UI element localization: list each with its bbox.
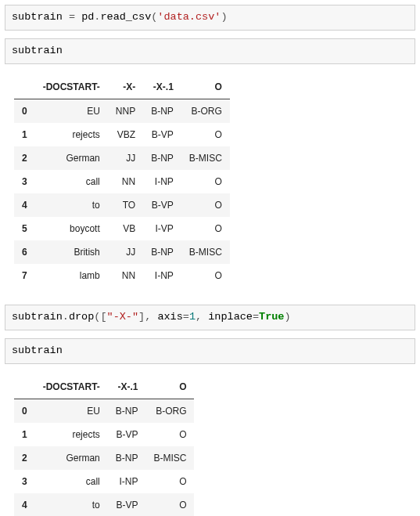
cell: TO xyxy=(108,193,143,217)
row-index: 5 xyxy=(14,217,35,240)
table-row: 0EUNNPB-NPB-ORG xyxy=(14,99,230,123)
code1-eq: = xyxy=(63,11,81,23)
row-index: 3 xyxy=(14,470,35,493)
code3-q2: " xyxy=(132,311,138,323)
code3-arg1: axis xyxy=(157,311,182,323)
row-index: 3 xyxy=(14,170,35,193)
row-index: 2 xyxy=(14,446,35,470)
code3-comma: , xyxy=(196,311,202,323)
cell: call xyxy=(35,470,108,493)
index-header xyxy=(14,375,35,399)
table-header-row: -DOCSTART- -X- -X-.1 O xyxy=(14,75,230,99)
table-row: 3callI-NPO xyxy=(14,470,194,493)
cell: B-ORG xyxy=(181,99,230,123)
table-row: 3callNNI-NPO xyxy=(14,170,230,193)
cell: B-MISC xyxy=(145,446,194,470)
code2-expr: subtrain xyxy=(12,45,63,56)
cell: I-NP xyxy=(143,264,181,287)
row-index: 0 xyxy=(14,99,35,123)
cell: B-MISC xyxy=(181,146,230,170)
cell: B-ORG xyxy=(145,399,194,423)
row-index: 1 xyxy=(14,123,35,146)
cell: rejects xyxy=(35,423,108,446)
code1-str: data.csv xyxy=(163,11,214,23)
cell: O xyxy=(181,264,230,287)
cell: I-VP xyxy=(143,217,181,240)
code-cell-4[interactable]: subtrain xyxy=(5,338,415,364)
cell: EU xyxy=(35,99,108,123)
col-header: -X-.1 xyxy=(108,375,146,399)
dataframe-2: -DOCSTART- -X-.1 O 0EUB-NPB-ORG 1rejects… xyxy=(14,375,194,516)
code1-mod: pd xyxy=(81,11,94,23)
code3-arg2: inplace xyxy=(208,311,253,323)
table-header-row: -DOCSTART- -X-.1 O xyxy=(14,375,194,399)
cell: rejects xyxy=(35,123,108,146)
cell: O xyxy=(145,423,194,446)
cell: German xyxy=(35,446,108,470)
cell: call xyxy=(35,170,108,193)
cell: B-VP xyxy=(108,493,146,516)
cell: NN xyxy=(108,264,143,287)
table-row: 0EUB-NPB-ORG xyxy=(14,399,194,423)
cell: B-NP xyxy=(143,240,181,264)
code4-expr: subtrain xyxy=(12,345,63,356)
index-header xyxy=(14,75,35,99)
table-row: 1rejectsVBZB-VPO xyxy=(14,123,230,146)
code1-var: subtrain xyxy=(12,11,63,23)
cell: O xyxy=(181,193,230,217)
col-header: -X- xyxy=(108,75,143,99)
code1-func: read_csv xyxy=(100,11,151,23)
table-row: 1rejectsB-VPO xyxy=(14,423,194,446)
col-header: -X-.1 xyxy=(143,75,181,99)
cell: O xyxy=(181,217,230,240)
code3-dot: . xyxy=(63,311,69,323)
col-header: O xyxy=(145,375,194,399)
cell: B-VP xyxy=(143,193,181,217)
cell: B-VP xyxy=(108,423,146,446)
cell: O xyxy=(145,493,194,516)
cell: I-NP xyxy=(108,470,146,493)
cell: B-NP xyxy=(108,446,146,470)
cell: to xyxy=(35,193,108,217)
row-index: 4 xyxy=(14,193,35,217)
cell: B-NP xyxy=(143,146,181,170)
cell: to xyxy=(35,493,108,516)
code3-paren-close: ) xyxy=(284,311,290,323)
table-row: 7lambNNI-NPO xyxy=(14,264,230,287)
row-index: 6 xyxy=(14,240,35,264)
table-row: 2GermanB-NPB-MISC xyxy=(14,446,194,470)
cell: B-VP xyxy=(143,123,181,146)
cell: British xyxy=(35,240,108,264)
cell: VBZ xyxy=(108,123,143,146)
code3-q1: " xyxy=(107,311,113,323)
cell: lamb xyxy=(35,264,108,287)
row-index: 0 xyxy=(14,399,35,423)
cell: boycott xyxy=(35,217,108,240)
code1-paren-close: ) xyxy=(221,11,227,23)
cell: German xyxy=(35,146,108,170)
cell: JJ xyxy=(108,240,143,264)
cell: O xyxy=(145,470,194,493)
code3-eq2: = xyxy=(253,311,259,323)
code3-brack-open: [ xyxy=(100,311,106,323)
cell: JJ xyxy=(108,146,143,170)
output-area-2: -DOCSTART- -X-.1 O 0EUB-NPB-ORG 1rejects… xyxy=(5,372,415,516)
col-header: -DOCSTART- xyxy=(35,75,108,99)
cell: B-NP xyxy=(108,399,146,423)
cell: I-NP xyxy=(143,170,181,193)
table-row: 5boycottVBI-VPO xyxy=(14,217,230,240)
dataframe-1: -DOCSTART- -X- -X-.1 O 0EUNNPB-NPB-ORG 1… xyxy=(14,75,230,287)
code3-num1: 1 xyxy=(189,311,196,323)
table-row: 2GermanJJB-NPB-MISC xyxy=(14,146,230,170)
cell: O xyxy=(181,170,230,193)
cell: EU xyxy=(35,399,108,423)
output-area-1: -DOCSTART- -X- -X-.1 O 0EUNNPB-NPB-ORG 1… xyxy=(5,72,415,305)
row-index: 1 xyxy=(14,423,35,446)
code-cell-3[interactable]: subtrain.drop(["-X-"], axis=1, inplace=T… xyxy=(5,305,415,330)
table-row: 6BritishJJB-NPB-MISC xyxy=(14,240,230,264)
row-index: 7 xyxy=(14,264,35,287)
code-cell-2[interactable]: subtrain xyxy=(5,38,415,64)
code3-kw: True xyxy=(259,311,284,323)
row-index: 4 xyxy=(14,493,35,516)
code-cell-1[interactable]: subtrain = pd.read_csv('data.csv') xyxy=(5,5,415,31)
